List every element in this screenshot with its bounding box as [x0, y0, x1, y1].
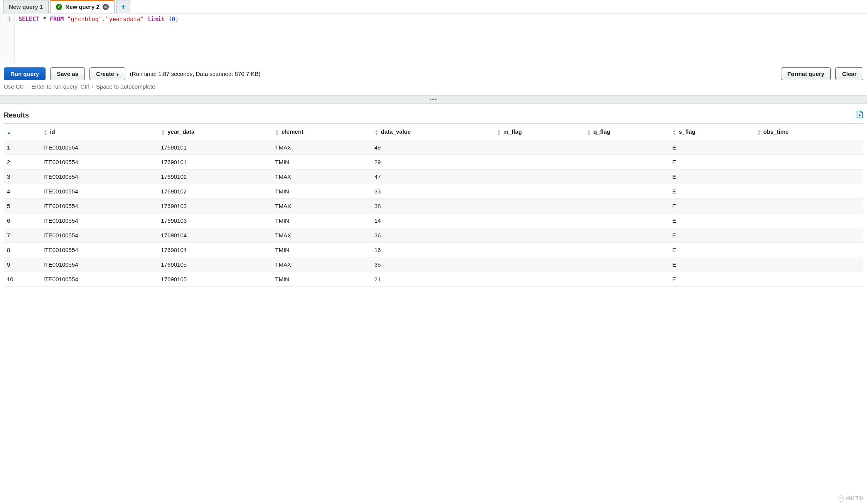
table-cell: TMIN — [272, 155, 371, 170]
table-cell — [584, 257, 670, 272]
table-cell — [754, 184, 863, 199]
table-cell: E — [669, 257, 754, 272]
shortcut-hint: Use Ctrl + Enter to run query, Ctrl + Sp… — [0, 82, 867, 95]
table-cell: TMIN — [272, 272, 371, 287]
table-cell: E — [669, 243, 754, 257]
table-cell: ITE00100554 — [40, 272, 158, 287]
pane-resize-handle[interactable]: ••• — [0, 95, 867, 104]
table-cell: ITE00100554 — [40, 155, 158, 170]
table-cell: TMIN — [272, 243, 371, 257]
column-label: s_flag — [679, 128, 695, 135]
sort-icon: ▲▼ — [374, 129, 379, 135]
save-as-button[interactable]: Save as — [50, 67, 85, 80]
table-cell — [754, 272, 863, 287]
table-cell: 7 — [4, 228, 40, 243]
column-header-year_data[interactable]: ▲▼year_data — [158, 124, 272, 140]
sql-token: . — [102, 16, 106, 23]
tab-query-2[interactable]: ✓ New query 2 ✕ — [50, 0, 114, 13]
table-cell: 17690101 — [158, 155, 272, 170]
new-tab-button[interactable]: + — [116, 0, 131, 13]
sql-keyword: FROM — [50, 16, 64, 23]
table-cell — [494, 213, 584, 228]
sort-icon: ▲ — [7, 131, 11, 134]
editor-code[interactable]: SELECT * FROM "ghcnblog"."yearsdata" lim… — [15, 13, 867, 64]
table-cell: E — [669, 272, 754, 287]
table-cell: TMAX — [272, 228, 371, 243]
table-cell: E — [669, 228, 754, 243]
table-cell — [584, 228, 670, 243]
table-cell — [754, 155, 863, 170]
table-cell — [754, 257, 863, 272]
table-row: 2ITE0010055417690101TMIN29E — [4, 155, 863, 170]
line-number: 1 — [0, 16, 11, 23]
table-row: 4ITE0010055417690102TMIN33E — [4, 184, 863, 199]
column-header-data_value[interactable]: ▲▼data_value — [371, 124, 494, 140]
table-cell — [494, 228, 584, 243]
table-cell: E — [669, 155, 754, 170]
table-row: 6ITE0010055417690103TMIN14E — [4, 213, 863, 228]
table-cell: ITE00100554 — [40, 213, 158, 228]
table-cell — [754, 199, 863, 213]
table-cell — [754, 213, 863, 228]
clear-button[interactable]: Clear — [835, 67, 863, 80]
column-header-q_flag[interactable]: ▲▼q_flag — [584, 124, 670, 140]
table-cell — [494, 155, 584, 170]
table-row: 10ITE0010055417690105TMIN21E — [4, 272, 863, 287]
table-cell: 36 — [371, 228, 494, 243]
sort-icon: ▲▼ — [757, 129, 761, 135]
column-header-rownum[interactable]: ▲ — [4, 124, 40, 140]
column-label: q_flag — [593, 128, 610, 135]
table-cell: 5 — [4, 199, 40, 213]
column-header-m_flag[interactable]: ▲▼m_flag — [494, 124, 584, 140]
table-cell: ITE00100554 — [40, 243, 158, 257]
column-header-s_flag[interactable]: ▲▼s_flag — [669, 124, 754, 140]
table-cell: E — [669, 199, 754, 213]
sql-editor[interactable]: 1 SELECT * FROM "ghcnblog"."yearsdata" l… — [0, 13, 867, 64]
table-cell: 9 — [4, 257, 40, 272]
table-cell: 4 — [4, 184, 40, 199]
check-circle-icon: ✓ — [56, 4, 62, 10]
column-header-element[interactable]: ▲▼element — [272, 124, 371, 140]
tab-label: New query 1 — [9, 3, 43, 10]
table-cell: ITE00100554 — [40, 257, 158, 272]
table-row: 9ITE0010055417690105TMAX35E — [4, 257, 863, 272]
table-cell — [494, 243, 584, 257]
column-label: element — [282, 128, 304, 135]
table-cell — [584, 213, 670, 228]
download-icon[interactable] — [856, 111, 863, 120]
column-label: obs_time — [763, 128, 789, 135]
results-panel: Results ▲▲▼id▲▼year_data▲▼element▲▼data_… — [0, 104, 867, 291]
table-cell — [754, 140, 863, 155]
table-cell: TMAX — [272, 170, 371, 184]
column-header-id[interactable]: ▲▼id — [40, 124, 158, 140]
table-cell — [494, 140, 584, 155]
table-cell: E — [669, 213, 754, 228]
table-cell — [494, 184, 584, 199]
close-icon[interactable]: ✕ — [103, 4, 109, 10]
table-cell: TMIN — [272, 184, 371, 199]
plus-icon: + — [121, 4, 126, 10]
sql-identifier: "ghcnblog" — [67, 16, 102, 23]
format-query-button[interactable]: Format query — [781, 67, 831, 80]
create-dropdown[interactable]: Create▾ — [89, 67, 125, 80]
sort-icon: ▲▼ — [672, 129, 676, 135]
table-cell: E — [669, 170, 754, 184]
table-row: 3ITE0010055417690102TMAX47E — [4, 170, 863, 184]
sort-icon: ▲▼ — [497, 129, 501, 135]
sort-icon: ▲▼ — [587, 129, 591, 135]
table-cell: E — [669, 184, 754, 199]
table-cell — [584, 140, 670, 155]
chevron-down-icon: ▾ — [116, 72, 119, 77]
table-row: 7ITE0010055417690104TMAX36E — [4, 228, 863, 243]
table-cell: ITE00100554 — [40, 140, 158, 155]
column-label: id — [50, 128, 55, 135]
run-query-button[interactable]: Run query — [4, 67, 46, 80]
table-cell: 8 — [4, 243, 40, 257]
editor-gutter: 1 — [0, 13, 15, 64]
tab-query-1[interactable]: New query 1 — [3, 0, 49, 13]
table-cell: 3 — [4, 170, 40, 184]
column-header-obs_time[interactable]: ▲▼obs_time — [754, 124, 863, 140]
table-cell: 38 — [371, 199, 494, 213]
table-cell: TMAX — [272, 257, 371, 272]
table-cell — [494, 272, 584, 287]
